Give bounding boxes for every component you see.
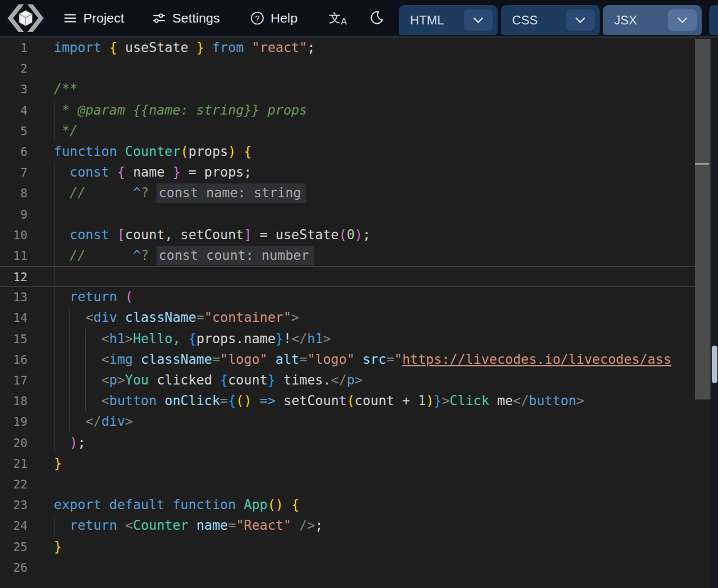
line-content[interactable]: import { useState } from "react"; (28, 38, 315, 58)
tab-css[interactable]: CSS (501, 5, 600, 35)
line-number[interactable]: 25 (0, 537, 28, 557)
code-line[interactable]: 26 (0, 557, 695, 578)
code-line[interactable]: 16 <img className="logo" alt="logo" src=… (0, 349, 695, 370)
line-content[interactable]: // ^? const name: string (28, 183, 306, 204)
line-number[interactable]: 8 (0, 183, 28, 204)
chevron-down-icon[interactable] (668, 9, 697, 31)
chevron-down-icon[interactable] (566, 9, 595, 31)
line-content[interactable]: ); (28, 433, 86, 453)
code-line[interactable]: 3/** (0, 79, 695, 100)
code-line[interactable]: 1import { useState } from "react"; (0, 38, 695, 58)
chevron-down-icon[interactable] (464, 9, 493, 31)
line-number[interactable]: 11 (0, 245, 28, 266)
line-content[interactable]: return <Counter name="React" />; (28, 515, 323, 536)
code-line[interactable]: 17 <p>You clicked {count} times.</p> (0, 370, 695, 391)
code-line[interactable]: 6function Counter(props) { (0, 142, 695, 162)
line-content[interactable]: /** (28, 79, 78, 100)
line-number[interactable]: 23 (0, 495, 28, 515)
line-content[interactable]: <p>You clicked {count} times.</p> (28, 370, 362, 391)
line-content[interactable] (28, 58, 54, 79)
line-number[interactable]: 17 (0, 370, 28, 391)
code-line[interactable]: 25} (0, 537, 695, 557)
code-line[interactable]: 15 <h1>Hello, {props.name}!</h1> (0, 329, 695, 349)
code-line[interactable]: 10 const [count, setCount] = useState(0)… (0, 225, 695, 245)
line-number[interactable]: 24 (0, 515, 28, 536)
page-scrollbar-thumb[interactable] (712, 346, 717, 383)
line-number[interactable]: 21 (0, 453, 28, 474)
code-line[interactable]: 22 (0, 474, 695, 495)
line-number[interactable]: 5 (0, 121, 28, 142)
code-line[interactable]: 21} (0, 453, 695, 474)
line-number[interactable]: 9 (0, 204, 28, 225)
line-content[interactable]: export default function App() { (28, 495, 299, 515)
line-number[interactable]: 7 (0, 162, 28, 183)
line-content[interactable]: <div className="container"> (28, 307, 299, 328)
partial-tab[interactable] (709, 5, 718, 35)
line-content[interactable] (28, 204, 54, 225)
translate-icon: 文A (329, 10, 347, 26)
line-content[interactable]: <img className="logo" alt="logo" src="ht… (28, 349, 671, 370)
line-content[interactable] (28, 557, 54, 578)
line-number[interactable]: 19 (0, 411, 28, 432)
code-line[interactable]: 5 */ (0, 121, 695, 142)
line-number[interactable]: 10 (0, 225, 28, 245)
code-area[interactable]: 1import { useState } from "react";23/**4… (0, 38, 695, 578)
code-line[interactable]: 19 </div> (0, 411, 695, 432)
code-line[interactable]: 24 return <Counter name="React" />; (0, 515, 695, 536)
line-content[interactable]: // ^? const count: number (28, 245, 314, 266)
line-content[interactable]: */ (28, 121, 78, 142)
code-line[interactable]: 18 <button onClick={() => setCount(count… (0, 391, 695, 411)
line-content[interactable]: } (28, 537, 62, 557)
line-content[interactable]: } (28, 453, 62, 474)
line-number[interactable]: 3 (0, 79, 28, 100)
line-number[interactable]: 22 (0, 474, 28, 495)
line-number[interactable]: 18 (0, 391, 28, 411)
line-number[interactable]: 4 (0, 100, 28, 121)
help-menu-label: Help (270, 11, 297, 26)
line-content[interactable]: <h1>Hello, {props.name}!</h1> (28, 329, 331, 349)
moon-icon (369, 10, 384, 27)
code-line[interactable]: 8 // ^? const name: string (0, 183, 695, 204)
help-menu-button[interactable]: ? Help (244, 7, 304, 29)
line-content[interactable]: </div> (28, 411, 133, 432)
translate-button[interactable]: 文A (322, 6, 353, 30)
code-line[interactable]: 4 * @param {{name: string}} props (0, 100, 695, 121)
tab-jsx[interactable]: JSX (603, 5, 702, 35)
line-number[interactable]: 13 (0, 287, 28, 307)
line-number[interactable]: 16 (0, 349, 28, 370)
line-content[interactable]: * @param {{name: string}} props (28, 100, 307, 121)
line-number[interactable]: 6 (0, 142, 28, 162)
code-line[interactable]: 2 (0, 58, 695, 79)
line-content[interactable]: function Counter(props) { (28, 142, 252, 162)
line-number[interactable]: 14 (0, 307, 28, 328)
line-content[interactable] (28, 474, 54, 495)
code-line[interactable]: 12 (0, 266, 695, 287)
code-line[interactable]: 9 (0, 204, 695, 225)
editor-scrollbar-thumb[interactable] (695, 39, 710, 400)
line-content[interactable]: return ( (28, 287, 133, 307)
page-scrollbar[interactable] (710, 38, 718, 588)
tab-html[interactable]: HTML (399, 5, 498, 35)
line-content[interactable]: const [count, setCount] = useState(0); (28, 225, 371, 245)
line-number[interactable]: 2 (0, 58, 28, 79)
project-menu-button[interactable]: Project (56, 7, 130, 29)
settings-menu-button[interactable]: Settings (145, 7, 226, 29)
code-line[interactable]: 14 <div className="container"> (0, 307, 695, 328)
livecodes-logo[interactable] (4, 1, 48, 36)
line-number[interactable]: 20 (0, 433, 28, 453)
code-line[interactable]: 13 return ( (0, 287, 695, 307)
code-line[interactable]: 7 const { name } = props; (0, 162, 695, 183)
dark-mode-button[interactable] (363, 6, 391, 31)
code-line[interactable]: 23export default function App() { (0, 495, 695, 515)
line-number[interactable]: 26 (0, 557, 28, 578)
line-number[interactable]: 12 (0, 267, 28, 286)
code-line[interactable]: 11 // ^? const count: number (0, 245, 695, 266)
line-content[interactable] (28, 267, 54, 286)
line-number[interactable]: 1 (0, 38, 28, 58)
line-number[interactable]: 15 (0, 329, 28, 349)
code-editor[interactable]: 1import { useState } from "react";23/**4… (0, 38, 718, 588)
code-line[interactable]: 20 ); (0, 433, 695, 453)
line-content[interactable]: <button onClick={() => setCount(count + … (28, 391, 584, 411)
line-content[interactable]: const { name } = props; (28, 162, 252, 183)
editor-scrollbar[interactable] (695, 38, 710, 588)
